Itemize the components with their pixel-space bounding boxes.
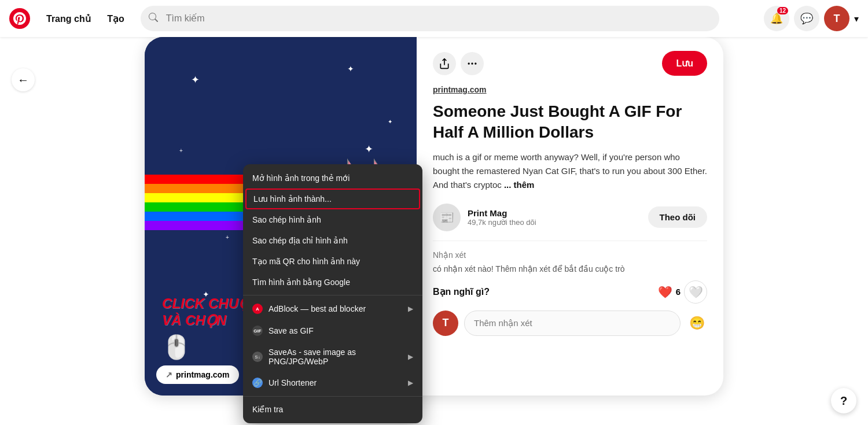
emoji-button[interactable]: 😁 [686,313,707,334]
heart-emoji: ❤️ [658,285,672,299]
ctx-open-new-tab[interactable]: Mở hình ảnh trong thẻ mới [243,168,422,189]
main-nav: Trang chủ Tạo [39,13,131,24]
reaction-row: Bạn nghĩ gì? ❤️ 6 🤍 [433,280,707,304]
gif-icon: GIF [252,326,263,336]
comments-section: Nhận xét có nhận xét nào! Thêm nhận xét … [433,250,707,274]
like-area: ❤️ 6 🤍 [658,280,707,304]
comment-user-avatar: T [433,311,458,336]
follow-button[interactable]: Theo dõi [648,206,708,228]
external-link-icon: ↗ [165,370,172,379]
svg-text:+: + [179,147,183,154]
search-input[interactable] [141,6,719,31]
help-button[interactable]: ? [831,388,856,413]
adblock-icon: A [252,304,263,314]
no-comments-text: có nhận xét nào! Thêm nhận xét để bắt đầ… [433,264,707,274]
ctx-save-gif[interactable]: GIF Save as GIF [243,320,422,342]
pin-title: Someone Just Bought A GIF For Half A Mil… [433,101,707,143]
svg-text:✦: ✦ [347,64,354,73]
search-icon [149,13,158,24]
ctx-create-qr[interactable]: Tạo mã QR cho hình ảnh này [243,251,422,272]
pin-detail: ✦ ✦ ✦ + ✦ + + ✦ + + ✦ [145,37,723,396]
comment-input[interactable] [464,311,681,336]
notifications-btn[interactable]: 🔔 12 [764,6,789,31]
publisher-row: 📰 Print Mag 49,7k người theo dõi Theo dõ… [433,204,707,231]
ctx-divider-2 [243,396,422,397]
ctx-copy-image[interactable]: Sao chép hình ảnh [243,209,422,230]
ctx-inspect[interactable]: Kiểm tra [243,399,422,420]
like-count: 6 [676,287,681,297]
url-icon: 🔗 [252,378,263,388]
header-right: 🔔 12 💬 T ▾ [764,6,859,31]
source-badge-image[interactable]: ↗ printmag.com [156,365,239,384]
more-options-btn[interactable] [461,52,484,75]
more-link[interactable]: ... thêm [504,180,535,190]
nav-home[interactable]: Trang chủ [39,9,98,28]
url-arrow: ▶ [408,379,413,387]
main-content: ← ✦ ✦ ✦ + ✦ + + ✦ + + ✦ [0,37,868,425]
comment-input-row: T 😁 [433,311,707,336]
pin-description: much is a gif or meme worth anyway? Well… [433,150,707,192]
publisher-followers: 49,7k người theo dõi [468,218,641,227]
svg-point-47 [471,62,473,64]
saveas-arrow: ▶ [408,353,413,361]
account-chevron[interactable]: ▾ [854,13,859,24]
saveas-icon: S↓ [252,352,263,362]
svg-text:✦: ✦ [365,143,373,155]
svg-text:+: + [226,234,229,241]
like-button[interactable]: 🤍 [684,280,707,304]
svg-text:✦: ✦ [388,119,392,125]
svg-text:✦: ✦ [191,74,200,86]
user-avatar-btn[interactable]: T [824,6,849,31]
ctx-save-image-as[interactable]: Lưu hình ảnh thành... [245,189,420,209]
save-button[interactable]: Lưu [662,51,707,76]
source-link[interactable]: printmag.com [433,85,707,94]
nav-create[interactable]: Tạo [100,9,131,28]
share-btn[interactable] [433,52,456,75]
adblock-arrow: ▶ [408,305,413,313]
search-bar [141,6,719,31]
messages-btn[interactable]: 💬 [794,6,819,31]
header: Trang chủ Tạo 🔔 12 💬 T ▾ [0,0,868,37]
context-menu: Mở hình ảnh trong thẻ mới Lưu hình ảnh t… [243,164,422,423]
ctx-search-google[interactable]: Tìm hình ảnh bằng Google [243,272,422,293]
pin-actions-row: Lưu [433,51,707,76]
publisher-name: Print Mag [468,208,641,218]
publisher-avatar: 📰 [433,204,461,231]
divider-1 [433,241,707,241]
svg-text:A: A [256,306,259,312]
reaction-question: Bạn nghĩ gì? [433,286,490,297]
ctx-save-as-png[interactable]: S↓ SaveAs - save image as PNG/JPG/WebP ▶ [243,342,422,372]
ctx-copy-image-address[interactable]: Sao chép địa chỉ hình ảnh [243,230,422,251]
pinterest-logo[interactable] [9,8,30,29]
svg-point-46 [468,62,470,64]
source-badge-text: printmag.com [176,370,230,379]
publisher-info: Print Mag 49,7k người theo dõi [468,208,641,227]
svg-point-48 [475,62,476,64]
ctx-adblock[interactable]: A AdBlock — best ad blocker ▶ [243,298,422,320]
ctx-url-shortener[interactable]: 🔗 Url Shortener ▶ [243,372,422,394]
pin-info-side: Lưu printmag.com Someone Just Bought A G… [417,37,723,396]
comments-label: Nhận xét [433,250,707,260]
notif-badge: 12 [777,7,788,14]
ctx-divider-1 [243,295,422,295]
back-button[interactable]: ← [12,68,35,91]
